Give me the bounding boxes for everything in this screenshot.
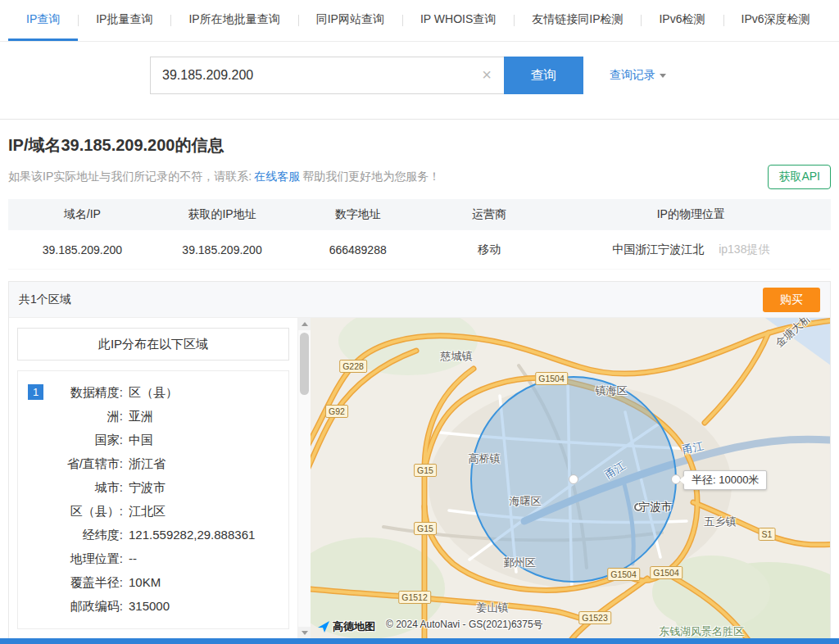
- notice-row: 如果该IP实际地址与我们所记录的不符，请联系:在线客服帮助我们更好地为您服务！ …: [8, 165, 831, 189]
- field-label: 区（县）:: [18, 499, 123, 523]
- road-badge: G228: [339, 360, 367, 373]
- region-item: 1 数据精度:区（县） 洲:亚洲 国家:中国 省/直辖市:浙江省 城市:宁波市 …: [17, 370, 289, 629]
- col-header-isp: 运营商: [428, 207, 551, 222]
- table-header-row: 域名/IP 获取的IP地址 数字地址 运营商 IP的物理位置: [8, 199, 831, 230]
- map[interactable]: 慈城镇 镇海区 高桥镇 海曙区 鄞州区 五乡镇 姜山镇 甬江 甬江 东钱湖风景名…: [311, 318, 830, 639]
- tab-friend-link-same-ip[interactable]: 友情链接同IP检测: [514, 0, 641, 41]
- map-label-town: 海曙区: [510, 494, 542, 509]
- col-header-resolved-ip: 获取的IP地址: [156, 207, 288, 222]
- search-area: × 查询 查询记录: [0, 42, 839, 119]
- map-label-city: 宁波市: [639, 500, 673, 515]
- field-value: 315000: [129, 594, 170, 618]
- region-body: 此IP分布在以下区域 1 数据精度:区（县） 洲:亚洲 国家:中国 省/直辖市:…: [9, 318, 830, 639]
- tab-ipv6-check[interactable]: IPv6检测: [641, 0, 723, 41]
- map-label-town: 高桥镇: [469, 451, 501, 466]
- road-badge: G1504: [535, 372, 568, 385]
- tab-ip-query[interactable]: IP查询: [8, 0, 78, 41]
- field-value: 江北区: [129, 499, 166, 523]
- scrollbar-thumb[interactable]: [300, 333, 309, 395]
- field-label: 经纬度:: [18, 523, 123, 546]
- amap-logo-icon: [317, 620, 330, 633]
- field-value: 10KM: [129, 570, 161, 594]
- divider: [0, 119, 839, 120]
- field-value: 中国: [129, 428, 153, 451]
- field-value: 121.559282,29.888361: [129, 523, 255, 546]
- radius-tooltip: 半径: 10000米: [683, 470, 767, 490]
- amap-logo: 高德地图: [317, 619, 375, 634]
- caret-down-icon: [660, 74, 666, 78]
- road-badge: S1: [759, 528, 776, 541]
- road-badge: G15: [414, 522, 437, 535]
- cell-resolved-ip: 39.185.209.200: [156, 243, 288, 256]
- field-label: 覆盖半径:: [18, 570, 123, 594]
- amap-logo-text: 高德地图: [333, 619, 375, 634]
- search-history-label: 查询记录: [610, 68, 655, 83]
- field-label: 邮政编码:: [18, 594, 123, 618]
- col-header-numeric: 数字地址: [288, 207, 428, 222]
- panel-scrollbar[interactable]: [297, 318, 311, 639]
- notice-suffix: 帮助我们更好地为您服务！: [302, 170, 440, 183]
- region-panel: 此IP分布在以下区域 1 数据精度:区（县） 洲:亚洲 国家:中国 省/直辖市:…: [9, 318, 297, 639]
- provider-text: ip138提供: [719, 243, 769, 256]
- map-attribution: © 2024 AutoNavi - GS(2021)6375号: [386, 618, 543, 632]
- col-header-domain: 域名/IP: [8, 207, 156, 222]
- table-row: 39.185.209.200 39.185.209.200 666489288 …: [8, 230, 831, 270]
- cell-location: 中国浙江宁波江北ip138提供: [551, 243, 831, 257]
- search-input[interactable]: [150, 57, 504, 94]
- map-label-town: 姜山镇: [477, 601, 509, 615]
- online-service-link[interactable]: 在线客服: [254, 170, 300, 183]
- field-value: 亚洲: [129, 404, 153, 428]
- region-count: 共1个区域: [19, 293, 71, 307]
- cell-numeric: 666489288: [288, 243, 428, 256]
- location-text: 中国浙江宁波江北: [612, 243, 704, 256]
- field-value: 浙江省: [129, 451, 166, 475]
- road-badge: G1504: [607, 568, 640, 581]
- road-badge: G1512: [398, 591, 431, 604]
- field-label: 国家:: [18, 428, 123, 451]
- main-content: IP/域名39.185.209.200的信息 如果该IP实际地址与我们所记录的不…: [0, 134, 839, 640]
- region-panel-title: 此IP分布在以下区域: [17, 328, 289, 361]
- page-title: IP/域名39.185.209.200的信息: [8, 134, 831, 156]
- map-label-town: 慈城镇: [441, 349, 473, 364]
- region-index-badge: 1: [28, 384, 43, 400]
- road-badge: G1523: [578, 611, 611, 624]
- notice-text: 如果该IP实际地址与我们所记录的不符，请联系:在线客服帮助我们更好地为您服务！: [8, 170, 440, 184]
- get-api-button[interactable]: 获取API: [768, 165, 831, 189]
- map-label-scenic: 东钱湖风景名胜区: [659, 624, 744, 639]
- map-label-town: 五乡镇: [705, 515, 737, 529]
- field-label: 洲:: [18, 404, 123, 428]
- tab-ip-whois[interactable]: IP WHOIS查询: [402, 0, 514, 41]
- top-nav: IP查询 IP批量查询 IP所在地批量查询 同IP网站查询 IP WHOIS查询…: [0, 0, 839, 42]
- search-button[interactable]: 查询: [504, 57, 583, 94]
- tab-ip-batch-query[interactable]: IP批量查询: [78, 0, 170, 41]
- road-badge: G15: [414, 464, 437, 477]
- road-badge: G92: [325, 405, 348, 418]
- scroll-up-icon[interactable]: [298, 318, 311, 330]
- field-value: --: [129, 546, 137, 570]
- footer-bar: [0, 638, 839, 644]
- map-label-town: 鄞州区: [504, 556, 536, 570]
- field-label: 省/直辖市:: [18, 451, 123, 475]
- cell-domain: 39.185.209.200: [8, 243, 156, 256]
- region-bar: 共1个区域 购买: [9, 282, 830, 318]
- field-label: 城市:: [18, 475, 123, 499]
- road-badge: G1504: [650, 566, 683, 579]
- tab-ipv6-deep-check[interactable]: IPv6深度检测: [723, 0, 828, 41]
- region-section: 共1个区域 购买 此IP分布在以下区域 1 数据精度:区（县） 洲:亚洲 国家:…: [8, 281, 831, 640]
- ip-info-table: 域名/IP 获取的IP地址 数字地址 运营商 IP的物理位置 39.185.20…: [8, 199, 831, 270]
- cell-isp: 移动: [428, 243, 551, 257]
- scroll-down-icon[interactable]: [298, 627, 311, 639]
- search-box: × 查询: [150, 57, 583, 94]
- tab-same-ip-sites[interactable]: 同IP网站查询: [298, 0, 402, 41]
- search-history-link[interactable]: 查询记录: [610, 68, 666, 83]
- notice-prefix: 如果该IP实际地址与我们所记录的不符，请联系:: [8, 170, 252, 183]
- field-value: 宁波市: [129, 475, 166, 499]
- field-value: 区（县）: [129, 380, 178, 404]
- field-label: 地理位置:: [18, 546, 123, 570]
- clear-icon[interactable]: ×: [482, 66, 492, 83]
- buy-button[interactable]: 购买: [763, 288, 820, 312]
- tab-ip-location-batch-query[interactable]: IP所在地批量查询: [170, 0, 297, 41]
- col-header-location: IP的物理位置: [551, 207, 831, 222]
- map-label-town: 镇海区: [596, 383, 628, 398]
